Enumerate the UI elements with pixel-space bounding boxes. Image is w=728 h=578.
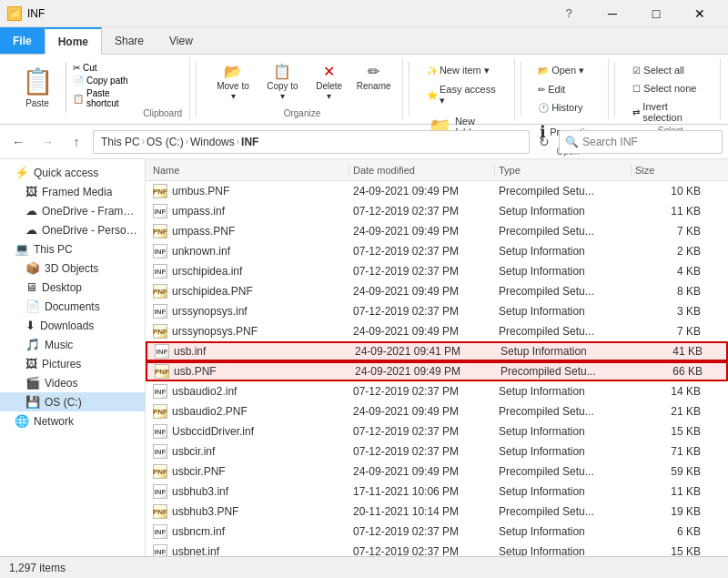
paste-label: Paste [25, 98, 49, 108]
tab-share[interactable]: Share [102, 27, 157, 54]
file-row[interactable]: INF umpass.inf 07-12-2019 02:37 PM Setup… [146, 201, 728, 221]
select-none-button[interactable]: ☐ Select none [628, 80, 701, 96]
inf-icon: INF [153, 444, 167, 459]
file-row[interactable]: INF usbncm.inf 07-12-2019 02:37 PM Setup… [146, 522, 728, 542]
paste-button[interactable]: 📋 Paste [15, 62, 60, 113]
file-row[interactable]: INF usbhub3.inf 17-11-2021 10:06 PM Setu… [146, 482, 728, 502]
history-button[interactable]: 🕐 History [533, 99, 587, 116]
file-name: PNF usbcir.PNF [149, 464, 349, 480]
cut-button[interactable]: ✂ Cut [70, 62, 143, 74]
col-size[interactable]: Size [632, 165, 704, 176]
file-size: 11 KB [632, 205, 704, 218]
clipboard-label: Clipboard [143, 108, 182, 120]
sidebar-item-pictures[interactable]: 🖼Pictures [0, 354, 145, 373]
file-date: 24-09-2021 09:49 PM [349, 185, 495, 198]
file-type: Setup Information [495, 205, 632, 218]
file-row[interactable]: PNF usbcir.PNF 24-09-2021 09:49 PM Preco… [146, 461, 728, 482]
copy-path-button[interactable]: 📄 Copy path [70, 75, 143, 86]
delete-button[interactable]: ✕ Delete ▾ [308, 62, 350, 104]
rename-button[interactable]: ✏ Rename [352, 62, 395, 94]
address-bar[interactable]: This PC › OS (C:) › Windows › INF [93, 130, 530, 154]
col-name[interactable]: Name [149, 165, 349, 176]
inf-icon: INF [153, 264, 167, 279]
sidebar-icon-desktop: 🖥 [25, 280, 37, 294]
file-row[interactable]: PNF urschipidea.PNF 24-09-2021 09:49 PM … [146, 281, 728, 301]
sidebar-label-onedrive-personal: OneDrive - Personal [42, 224, 137, 237]
select-all-button[interactable]: ☑ Select all [628, 62, 689, 78]
file-row[interactable]: PNF umpass.PNF 24-09-2021 09:49 PM Preco… [146, 221, 728, 241]
file-date: 07-12-2019 02:37 PM [349, 305, 495, 318]
maximize-button[interactable]: □ [635, 0, 677, 27]
file-type: Precompiled Setu... [497, 365, 633, 378]
paste-shortcut-icon: 📋 [73, 94, 84, 104]
tab-file[interactable]: File [0, 27, 45, 54]
file-date: 24-09-2021 09:49 PM [351, 365, 497, 378]
sidebar-item-network[interactable]: 🌐Network [0, 411, 145, 431]
ribbon-content: 📋 Paste ✂ Cut 📄 Copy path 📋 Paste shortc… [0, 55, 728, 124]
sidebar-item-onedrive-framed[interactable]: ☁OneDrive - Framed Media [0, 201, 145, 220]
sidebar-item-framed-media[interactable]: 🖼Framed Media [0, 182, 145, 201]
sidebar-item-documents[interactable]: 📄Documents [0, 297, 145, 316]
paste-shortcut-button[interactable]: 📋 Paste shortcut [70, 87, 143, 109]
inf-icon: INF [155, 344, 169, 359]
pnf-icon: PNF [153, 184, 167, 198]
sidebar-label-pictures: Pictures [42, 358, 81, 370]
pnf-icon: PNF [153, 324, 167, 339]
file-type: Setup Information [495, 485, 632, 498]
invert-selection-button[interactable]: ⇄ Invert selection [628, 98, 713, 126]
minimize-button[interactable]: ─ [592, 0, 633, 27]
easy-access-button[interactable]: ⭐ Easy access ▾ [422, 81, 507, 109]
file-row[interactable]: PNF usb.PNF 24-09-2021 09:49 PM Precompi… [146, 361, 728, 381]
new-item-button[interactable]: ✨ New item ▾ [422, 62, 507, 79]
file-row[interactable]: PNF usbaudio2.PNF 24-09-2021 09:49 PM Pr… [146, 401, 728, 421]
pnf-icon: PNF [153, 464, 167, 479]
back-button[interactable]: ← [5, 129, 31, 155]
search-input[interactable] [582, 136, 719, 148]
ribbon-tabs: File Home Share View [0, 27, 728, 55]
close-button[interactable]: ✕ [679, 0, 721, 27]
file-name: INF usbncm.inf [149, 524, 349, 540]
file-row[interactable]: INF urschipidea.inf 07-12-2019 02:37 PM … [146, 261, 728, 281]
sidebar-item-music[interactable]: 🎵Music [0, 335, 145, 354]
help-button[interactable]: ? [548, 0, 590, 27]
col-type[interactable]: Type [495, 165, 632, 176]
sidebar-item-onedrive-personal[interactable]: ☁OneDrive - Personal [0, 220, 145, 239]
sidebar-item-downloads[interactable]: ⬇Downloads [0, 316, 145, 335]
tab-home[interactable]: Home [45, 27, 102, 55]
col-date[interactable]: Date modified [349, 165, 495, 176]
file-date: 20-11-2021 10:14 PM [349, 505, 495, 518]
sidebar-icon-network: 🌐 [15, 414, 29, 428]
sidebar-item-quick-access[interactable]: ⚡Quick access [0, 163, 145, 182]
file-row[interactable]: PNF usbhub3.PNF 20-11-2021 10:14 PM Prec… [146, 502, 728, 522]
file-row[interactable]: INF UsbccidDriver.inf 07-12-2019 02:37 P… [146, 421, 728, 441]
sidebar-item-videos[interactable]: 🎬Videos [0, 373, 145, 392]
file-row[interactable]: INF usbcir.inf 07-12-2019 02:37 PM Setup… [146, 441, 728, 461]
edit-button[interactable]: ✏ Edit [533, 81, 570, 97]
sidebar-item-3d-objects[interactable]: 📦3D Objects [0, 259, 145, 278]
sidebar-item-os-c[interactable]: 💾OS (C:) [0, 392, 145, 411]
file-row[interactable]: INF usbaudio2.inf 07-12-2019 02:37 PM Se… [146, 381, 728, 401]
file-row[interactable]: INF usbnet.inf 07-12-2019 02:37 PM Setup… [146, 542, 728, 556]
refresh-button[interactable]: ↻ [533, 131, 555, 153]
file-row[interactable]: INF unknown.inf 07-12-2019 02:37 PM Setu… [146, 241, 728, 261]
file-row[interactable]: INF urssynopsys.inf 07-12-2019 02:37 PM … [146, 301, 728, 321]
invert-icon: ⇄ [632, 107, 640, 117]
pnf-icon: PNF [155, 364, 169, 379]
search-bar[interactable]: 🔍 [559, 130, 723, 154]
up-button[interactable]: ↑ [64, 129, 89, 155]
sidebar-item-desktop[interactable]: 🖥Desktop [0, 278, 145, 297]
file-type: Setup Information [495, 245, 632, 258]
file-row[interactable]: PNF umbus.PNF 24-09-2021 09:49 PM Precom… [146, 181, 728, 201]
copy-to-button[interactable]: 📋 Copy to ▾ [259, 62, 306, 104]
file-type: Precompiled Setu... [495, 325, 632, 338]
file-row[interactable]: PNF urssynopsys.PNF 24-09-2021 09:49 PM … [146, 321, 728, 341]
sidebar-icon-framed-media: 🖼 [25, 185, 37, 198]
move-to-button[interactable]: 📂 Move to ▾ [209, 62, 257, 104]
new-item-icon: ✨ [427, 66, 438, 76]
forward-button[interactable]: → [35, 129, 60, 155]
tab-view[interactable]: View [157, 27, 206, 54]
folder-icon: 📁 [7, 6, 22, 21]
open-button[interactable]: 📂 Open ▾ [533, 62, 589, 79]
sidebar-item-this-pc[interactable]: 💻This PC [0, 239, 145, 259]
file-row[interactable]: INF usb.inf 24-09-2021 09:41 PM Setup In… [146, 341, 728, 361]
